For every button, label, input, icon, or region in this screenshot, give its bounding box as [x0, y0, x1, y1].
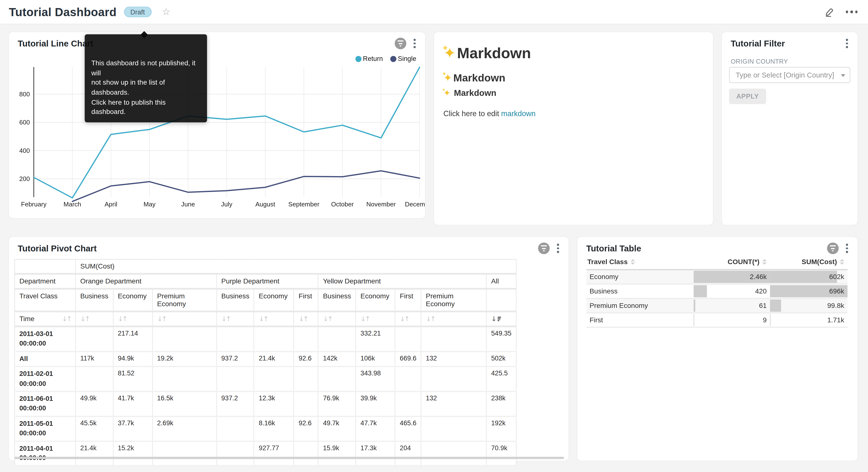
sort-toggle-icon[interactable]: ↓↑ [400, 315, 409, 323]
pivot-value-cell: 132 [421, 351, 486, 366]
pivot-sorter-cell: ↓↑ [75, 312, 113, 326]
pivot-sorter-cell: ↓↑ [318, 312, 356, 326]
panel-menu-icon[interactable] [412, 38, 417, 50]
cell-bar [770, 271, 837, 283]
edit-dashboard-icon[interactable] [824, 7, 834, 17]
dashboard-header: Tutorial Dashboard Draft ☆ [0, 0, 868, 25]
x-axis-label: June [181, 201, 195, 208]
pivot-value-cell: 47.7k [356, 416, 395, 441]
pivot-time-label-cell: Time↓↑ [15, 312, 75, 326]
sort-toggle-icon[interactable]: ↓↑ [221, 315, 230, 323]
pivot-value-cell [254, 366, 294, 391]
pivot-value-cell: 549.35 [486, 326, 516, 352]
header-actions [824, 7, 859, 17]
pivot-value-cell: 12.3k [254, 391, 294, 416]
cross-filter-badge-icon[interactable] [395, 38, 407, 50]
pivot-value-cell: 76.9k [318, 391, 356, 416]
pivot-value-cell [75, 366, 113, 391]
page-title: Tutorial Dashboard [9, 5, 116, 19]
pivot-metric-header: SUM(Cost) [75, 260, 516, 274]
pivot-value-cell: 41.7k [113, 391, 152, 416]
count-cell: 61 [694, 298, 770, 313]
sort-toggle-icon[interactable]: ↓↑ [118, 315, 127, 323]
pivot-row-header: All [15, 351, 75, 366]
sort-toggle-icon[interactable]: ↓↑ [426, 315, 435, 323]
table-column-header-count-[interactable]: COUNT(*) [694, 255, 770, 270]
pivot-row-header: 2011-02-01 00:00:00 [15, 366, 75, 391]
legend-label: Return [363, 55, 383, 63]
table-row: Premium Economy6199.8k [586, 298, 848, 313]
apply-button[interactable]: APPLY [729, 89, 766, 104]
sum-cell: 1.71k [770, 313, 847, 327]
svg-text:800: 800 [19, 90, 30, 98]
pivot-column-header [486, 289, 516, 312]
pivot-travel-class-label: Travel Class [15, 289, 75, 312]
sort-toggle-icon[interactable]: ↓↑ [157, 315, 166, 323]
pivot-column-header: Premium Economy [152, 289, 217, 312]
pivot-data-row: 2011-04-01 00:00:0021.4k15.2k927.7715.9k… [15, 441, 516, 466]
pivot-value-cell [294, 326, 318, 352]
x-axis-label: May [144, 201, 156, 208]
sort-toggle-icon[interactable]: ↓↑ [299, 315, 307, 323]
pivot-sorter-cell: ↓↑ [217, 312, 254, 326]
legend-item-single[interactable]: Single [390, 55, 416, 63]
pivot-value-cell: 142k [318, 351, 356, 366]
count-cell: 2.46k [694, 270, 770, 284]
pivot-sorter-cell: ↓↑ [152, 312, 217, 326]
pivot-value-cell: 49.9k [75, 391, 113, 416]
pivot-value-cell: 21.4k [254, 351, 294, 366]
pivot-value-cell: 45.5k [75, 416, 113, 441]
sort-toggle-icon[interactable]: ↓↑ [361, 315, 369, 323]
markdown-heading-3: ✦✦Markdown [443, 88, 496, 98]
sort-descending-active-icon[interactable]: ↓ [491, 315, 501, 323]
table-column-header-travel-class[interactable]: Travel Class [586, 255, 694, 270]
sort-toggle-icon[interactable]: ↓↑ [80, 315, 89, 323]
panel-menu-icon[interactable] [555, 243, 561, 254]
sort-carets-icon [763, 259, 767, 265]
series-line-single[interactable] [72, 171, 420, 201]
more-options-icon[interactable] [845, 11, 858, 13]
horizontal-scrollbar[interactable] [14, 457, 564, 459]
favorite-star-icon[interactable]: ☆ [162, 7, 170, 17]
caret-down-icon [841, 74, 845, 77]
origin-country-select[interactable]: Type or Select [Origin Country] [729, 67, 850, 83]
pivot-data-row: 2011-02-01 00:00:0081.52343.98425.5 [15, 366, 516, 391]
cross-filter-badge-icon[interactable] [538, 243, 550, 254]
edit-markdown-link[interactable]: markdown [501, 110, 536, 118]
draft-status-badge[interactable]: Draft [124, 7, 151, 17]
legend-item-return[interactable]: Return [355, 55, 383, 63]
travel-class-cell: Business [586, 284, 694, 298]
count-cell: 9 [694, 313, 770, 327]
table-container: Travel ClassCOUNT(*)SUM(Cost)Economy2.46… [586, 255, 848, 328]
pivot-data-row: 2011-06-01 00:00:0049.9k41.7k16.5k937.21… [15, 391, 516, 416]
sort-toggle-icon[interactable]: ↓↑ [323, 315, 332, 323]
tooltip-text: This dashboard is not published, it will… [91, 59, 196, 116]
count-cell: 420 [694, 284, 770, 298]
pivot-value-cell: 332.21 [356, 326, 395, 352]
markdown-heading-1: ✦✦Markdown [443, 44, 531, 62]
cell-bar [770, 300, 781, 312]
pivot-column-header: Business [318, 289, 356, 312]
x-axis-label: April [105, 201, 117, 208]
pivot-value-cell: 669.6 [395, 351, 421, 366]
cell-bar [770, 314, 770, 326]
pivot-value-cell: 37.7k [113, 416, 152, 441]
pivot-sorter-cell: ↓ [486, 312, 516, 326]
sort-toggle-icon[interactable]: ↓↑ [259, 315, 268, 323]
pivot-data-row: 2011-05-01 00:00:0045.5k37.7k2.69k8.16k9… [15, 416, 516, 441]
table-column-header-sum-cost-[interactable]: SUM(Cost) [770, 255, 847, 270]
draft-tooltip: This dashboard is not published, it will… [85, 34, 207, 122]
sum-cell: 602k [770, 270, 847, 284]
panel-menu-icon[interactable] [844, 243, 850, 254]
table-row: Business420696k [586, 284, 848, 298]
pivot-value-cell: 343.98 [356, 366, 395, 391]
sort-toggle-icon[interactable]: ↓↑ [62, 315, 71, 323]
cell-bar [694, 285, 707, 297]
panel-menu-icon[interactable] [844, 38, 850, 50]
svg-text:400: 400 [19, 147, 30, 154]
pivot-value-cell: 238k [486, 391, 516, 416]
x-axis-label: February [21, 201, 46, 208]
pivot-group-header: Purple Department [217, 274, 318, 289]
pivot-value-cell: 217.14 [113, 326, 152, 352]
cross-filter-badge-icon[interactable] [827, 243, 839, 254]
